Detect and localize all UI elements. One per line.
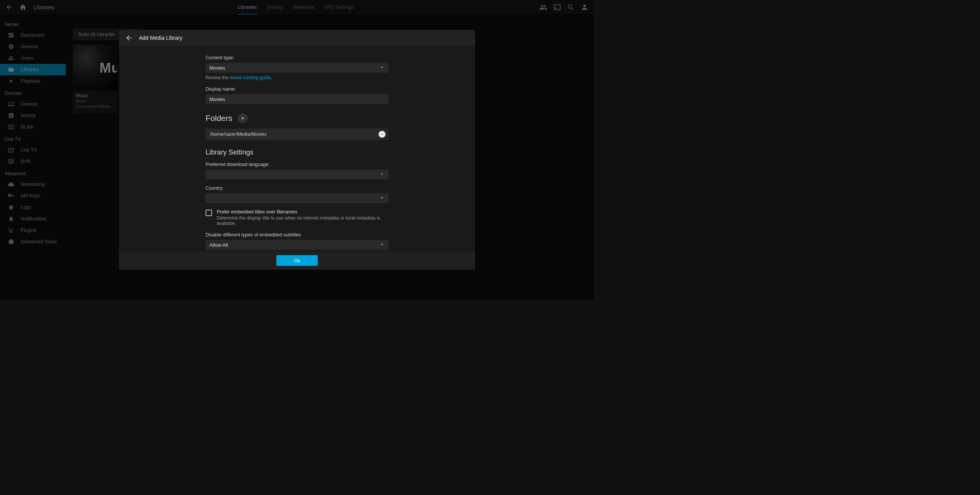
add-folder-button[interactable] <box>238 113 248 123</box>
folders-title: Folders <box>206 114 232 123</box>
naming-guide-hint: Review the movie naming guide. <box>206 75 389 80</box>
dialog-title: Add Media Library <box>139 35 183 41</box>
country-select[interactable] <box>206 193 389 203</box>
preferred-language-label: Preferred download language: <box>206 162 389 167</box>
folder-path: /home/razer/Media/Movies <box>210 132 266 137</box>
prefer-embedded-help: Determine the display title to use when … <box>217 215 389 226</box>
folder-row: /home/razer/Media/Movies <box>206 129 389 140</box>
display-name-input[interactable] <box>206 94 389 104</box>
plus-icon <box>240 116 245 121</box>
content-type-value: Movies <box>209 65 225 71</box>
arrow-back-icon <box>125 34 133 42</box>
preferred-language-select[interactable] <box>206 169 389 179</box>
country-label: Country: <box>206 186 389 191</box>
naming-guide-link[interactable]: movie naming guide <box>230 75 271 80</box>
library-settings-title: Library Settings <box>206 148 253 156</box>
chevron-down-icon <box>379 195 385 202</box>
chevron-down-icon <box>379 65 385 71</box>
chevron-down-icon <box>379 171 385 178</box>
add-media-library-dialog: Add Media Library Content type: Movies R… <box>119 30 475 270</box>
prefer-embedded-checkbox[interactable] <box>206 210 212 216</box>
dialog-footer: Ok <box>119 251 475 270</box>
disable-subtitles-label: Disable different types of embedded subt… <box>206 232 389 238</box>
ok-button[interactable]: Ok <box>276 255 318 266</box>
disable-subtitles-select[interactable]: Allow All <box>206 240 389 250</box>
display-name-label: Display name: <box>206 86 389 92</box>
chevron-down-icon <box>379 242 385 248</box>
remove-folder-button[interactable] <box>379 131 385 138</box>
content-type-label: Content type: <box>206 55 389 60</box>
content-type-select[interactable]: Movies <box>206 63 389 73</box>
disable-subtitles-value: Allow All <box>209 242 228 248</box>
dialog-back-button[interactable] <box>124 33 134 42</box>
minus-icon <box>380 132 384 136</box>
prefer-embedded-label: Prefer embedded titles over filenames <box>217 209 389 215</box>
dialog-header: Add Media Library <box>119 30 475 46</box>
